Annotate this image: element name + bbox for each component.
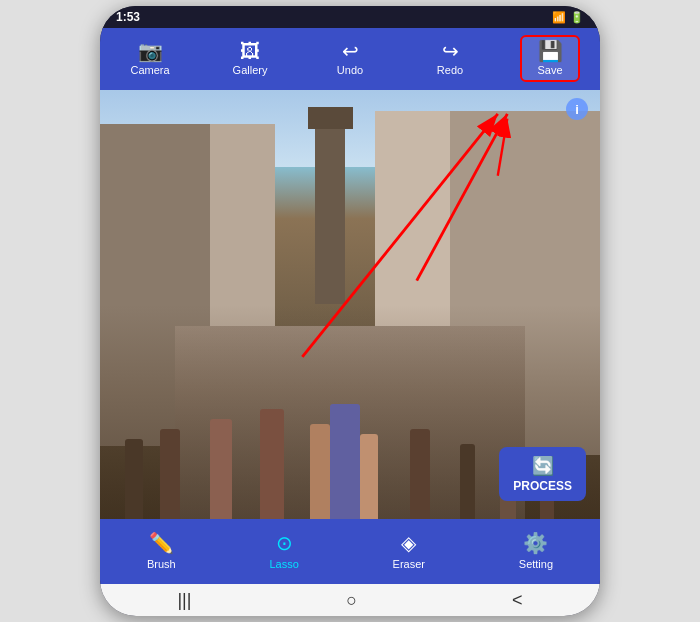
redo-label: Redo [437,64,463,76]
camera-icon: 📷 [138,41,163,61]
tower [315,111,345,304]
person-silhouette [160,429,180,519]
phone-container: 1:53 📶 🔋 📷 Camera 🖼 Gallery ↩ Undo ↪ Red… [100,6,600,616]
person-silhouette [125,439,143,519]
process-icon: 🔄 [532,455,554,477]
status-bar: 1:53 📶 🔋 [100,6,600,28]
brush-label: Brush [147,558,176,570]
time-display: 1:53 [116,10,140,24]
person-silhouette [360,434,378,519]
eraser-icon: ◈ [401,531,416,555]
toolbar-gallery[interactable]: 🖼 Gallery [220,37,280,80]
recent-icon: ||| [177,590,191,610]
toolbar-camera[interactable]: 📷 Camera [120,37,180,80]
brush-icon: ✏️ [149,531,174,555]
tower-top [308,107,353,128]
home-icon: ○ [346,590,357,610]
undo-label: Undo [337,64,363,76]
bottom-eraser[interactable]: ◈ Eraser [383,527,435,574]
redo-icon: ↪ [442,41,459,61]
info-icon[interactable]: i [566,98,588,120]
status-icons: 📶 🔋 [552,11,584,24]
gallery-icon: 🖼 [240,41,260,61]
nav-bar: ||| ○ < [100,584,600,616]
back-icon: < [512,590,523,610]
bottom-setting[interactable]: ⚙️ Setting [509,527,563,574]
lasso-icon: ⊙ [276,531,293,555]
bottom-toolbar: ✏️ Brush ⊙ Lasso ◈ Eraser ⚙️ Setting [100,519,600,584]
signal-icon: 📶 [552,11,566,24]
toolbar-save[interactable]: 💾 Save [520,35,580,82]
person-silhouette [410,429,430,519]
person-silhouette [460,444,475,519]
top-toolbar: 📷 Camera 🖼 Gallery ↩ Undo ↪ Redo 💾 Save [100,28,600,90]
process-button[interactable]: 🔄 PROCESS [499,447,586,501]
battery-icon: 🔋 [570,11,584,24]
recent-apps-button[interactable]: ||| [157,588,211,613]
bottom-lasso[interactable]: ⊙ Lasso [259,527,308,574]
person-silhouette [210,419,232,519]
process-label: PROCESS [513,479,572,493]
lasso-label: Lasso [269,558,298,570]
bottom-brush[interactable]: ✏️ Brush [137,527,186,574]
info-icon-text: i [575,102,579,117]
home-button[interactable]: ○ [326,588,377,613]
eraser-label: Eraser [393,558,425,570]
person-blue [330,404,360,519]
save-label: Save [537,64,562,76]
back-button[interactable]: < [492,588,543,613]
camera-label: Camera [130,64,169,76]
person-silhouette [310,424,330,519]
image-area: i 🔄 PROCESS [100,90,600,519]
undo-icon: ↩ [342,41,359,61]
gallery-label: Gallery [233,64,268,76]
setting-label: Setting [519,558,553,570]
toolbar-undo[interactable]: ↩ Undo [320,37,380,80]
person-silhouette [260,409,284,519]
save-icon: 💾 [538,41,563,61]
setting-icon: ⚙️ [523,531,548,555]
toolbar-redo[interactable]: ↪ Redo [420,37,480,80]
